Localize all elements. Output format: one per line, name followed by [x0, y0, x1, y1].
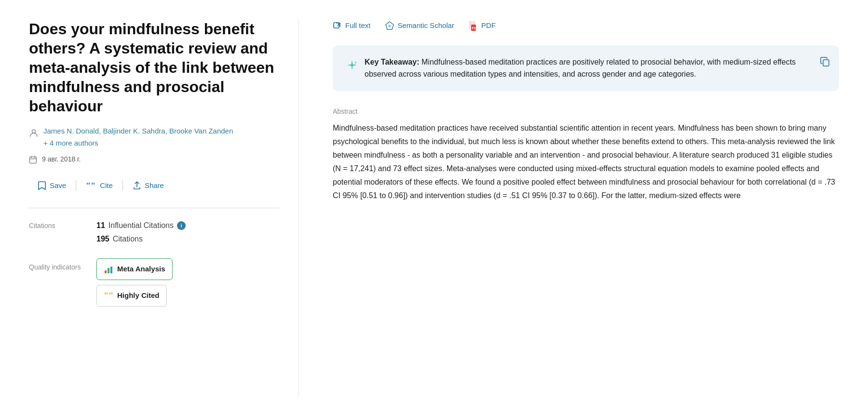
authors-names[interactable]: James N. Donald, Baljinder K. Sahdra, Br… — [43, 127, 233, 135]
semantic-scholar-label: Semantic Scholar — [398, 20, 455, 31]
citations-label: Citations — [29, 220, 82, 231]
pdf-link[interactable]: PDF PDF — [469, 19, 496, 32]
key-takeaway-box: Key Takeaway: Mindfulness-based meditati… — [333, 45, 839, 91]
badge-highly-cited: " " Highly Cited — [96, 285, 167, 307]
info-icon[interactable]: i — [177, 221, 186, 230]
takeaway-label: Key Takeaway: — [365, 58, 420, 66]
citations-row: Citations 11 Influential Citations i 195… — [29, 220, 279, 245]
takeaway-text: Key Takeaway: Mindfulness-based meditati… — [365, 56, 826, 81]
semantic-scholar-link[interactable]: Semantic Scholar — [385, 19, 455, 32]
takeaway-content: Mindfulness-based meditation practices a… — [365, 58, 796, 79]
influential-citations: 11 Influential Citations i — [96, 220, 186, 231]
sparkle-icon — [346, 56, 358, 72]
citations-type-label: Citations — [113, 233, 143, 245]
abstract-label: Abstract — [333, 107, 839, 117]
quality-label: Quality indicators — [29, 258, 82, 272]
svg-rect-6 — [110, 267, 112, 273]
full-text-link[interactable]: Full text — [333, 19, 371, 32]
share-button[interactable]: Share — [124, 177, 173, 194]
influential-count: 11 — [96, 220, 105, 231]
left-panel: Does your mindfulness benefit others? A … — [29, 19, 299, 397]
quote-icon: " " — [104, 289, 113, 302]
right-panel: Full text Semantic Scholar — [328, 19, 839, 397]
svg-rect-15 — [823, 60, 829, 66]
svg-rect-1 — [30, 157, 37, 163]
pdf-icon: PDF — [469, 19, 477, 32]
save-button[interactable]: Save — [29, 177, 75, 195]
svg-text:": " — [104, 292, 108, 300]
top-links: Full text Semantic Scholar — [333, 19, 839, 32]
cite-icon: " " — [86, 181, 96, 190]
pdf-label: PDF — [481, 20, 496, 31]
svg-rect-5 — [108, 268, 109, 273]
badge-meta-analysis: Meta Analysis — [96, 258, 173, 280]
meta-analysis-label: Meta Analysis — [117, 264, 165, 275]
svg-text:": " — [108, 292, 113, 300]
page-container: Does your mindfulness benefit others? A … — [0, 0, 868, 416]
calendar-icon — [29, 154, 37, 165]
more-authors[interactable]: + 4 more authors — [43, 138, 233, 149]
cite-button[interactable]: " " Cite — [77, 177, 122, 194]
quality-badges: Meta Analysis " " Highly Cited — [96, 258, 173, 307]
chart-icon — [104, 263, 113, 276]
svg-point-0 — [32, 130, 36, 133]
citations-section: Citations 11 Influential Citations i 195… — [29, 220, 279, 245]
svg-text:": " — [91, 181, 95, 190]
date-row: 9 авг. 2018 г. — [29, 154, 279, 165]
share-icon — [133, 181, 141, 190]
svg-point-11 — [388, 25, 391, 27]
highly-cited-label: Highly Cited — [117, 290, 160, 301]
citations-count: 195 — [96, 233, 109, 245]
authors-info: James N. Donald, Baljinder K. Sahdra, Br… — [43, 125, 233, 149]
total-citations: 195 Citations — [96, 233, 186, 245]
influential-label: Influential Citations — [108, 220, 174, 231]
divider-1 — [76, 180, 76, 191]
svg-text:": " — [86, 181, 91, 190]
publication-date: 9 авг. 2018 г. — [42, 154, 81, 164]
svg-rect-4 — [105, 270, 107, 273]
external-link-icon — [333, 19, 341, 32]
semantic-scholar-icon — [385, 19, 394, 32]
citations-values: 11 Influential Citations i 195 Citations — [96, 220, 186, 245]
separator — [29, 208, 279, 208]
full-text-label: Full text — [345, 20, 371, 31]
copy-icon[interactable] — [820, 54, 830, 68]
paper-title: Does your mindfulness benefit others? A … — [29, 19, 279, 116]
person-icon — [29, 126, 39, 139]
divider-2 — [122, 180, 123, 191]
action-bar: Save " " Cite Share — [29, 177, 279, 195]
abstract-text: Mindfulness-based meditation practices h… — [333, 121, 839, 202]
bookmark-icon — [38, 181, 46, 191]
svg-text:PDF: PDF — [472, 27, 478, 30]
authors-row: James N. Donald, Baljinder K. Sahdra, Br… — [29, 125, 279, 149]
quality-section: Quality indicators Meta Analysis — [29, 258, 279, 307]
